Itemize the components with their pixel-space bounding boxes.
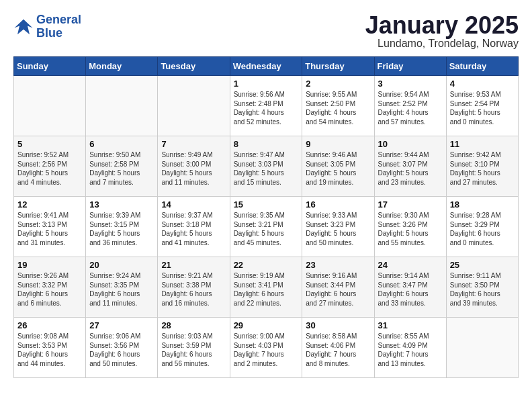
week-row-5: 26Sunrise: 9:08 AM Sunset: 3:53 PM Dayli… <box>14 318 519 378</box>
header-cell-saturday: Saturday <box>446 57 518 76</box>
day-number: 31 <box>378 320 443 330</box>
day-cell: 16Sunrise: 9:33 AM Sunset: 3:23 PM Dayli… <box>302 197 374 257</box>
day-number: 13 <box>89 199 154 210</box>
day-info: Sunrise: 9:39 AM Sunset: 3:15 PM Dayligh… <box>89 211 154 247</box>
day-cell: 4Sunrise: 9:53 AM Sunset: 2:54 PM Daylig… <box>446 76 518 136</box>
day-number: 9 <box>306 139 370 149</box>
svg-marker-0 <box>15 19 33 35</box>
day-number: 29 <box>234 320 299 330</box>
day-cell <box>14 76 86 136</box>
day-cell: 7Sunrise: 9:49 AM Sunset: 3:00 PM Daylig… <box>158 136 230 197</box>
day-number: 7 <box>161 139 226 149</box>
day-cell: 9Sunrise: 9:46 AM Sunset: 3:05 PM Daylig… <box>302 136 374 197</box>
day-info: Sunrise: 9:24 AM Sunset: 3:35 PM Dayligh… <box>89 271 154 308</box>
day-cell: 6Sunrise: 9:50 AM Sunset: 2:58 PM Daylig… <box>86 136 158 197</box>
day-number: 14 <box>161 199 226 210</box>
day-cell: 12Sunrise: 9:41 AM Sunset: 3:13 PM Dayli… <box>14 197 86 257</box>
day-cell: 26Sunrise: 9:08 AM Sunset: 3:53 PM Dayli… <box>14 318 86 378</box>
day-info: Sunrise: 9:06 AM Sunset: 3:56 PM Dayligh… <box>89 332 154 368</box>
day-number: 21 <box>161 260 226 270</box>
day-info: Sunrise: 9:03 AM Sunset: 3:59 PM Dayligh… <box>161 332 226 368</box>
day-number: 8 <box>234 139 299 149</box>
day-number: 19 <box>17 260 82 270</box>
day-info: Sunrise: 9:35 AM Sunset: 3:21 PM Dayligh… <box>234 211 299 247</box>
week-row-2: 5Sunrise: 9:52 AM Sunset: 2:56 PM Daylig… <box>14 136 519 197</box>
day-cell: 27Sunrise: 9:06 AM Sunset: 3:56 PM Dayli… <box>86 318 158 378</box>
calendar-table: SundayMondayTuesdayWednesdayThursdayFrid… <box>13 56 519 378</box>
day-cell: 22Sunrise: 9:19 AM Sunset: 3:41 PM Dayli… <box>230 257 302 318</box>
day-info: Sunrise: 9:53 AM Sunset: 2:54 PM Dayligh… <box>450 90 515 126</box>
header-cell-tuesday: Tuesday <box>158 57 230 76</box>
day-number: 25 <box>450 260 515 270</box>
day-info: Sunrise: 9:26 AM Sunset: 3:32 PM Dayligh… <box>17 271 82 308</box>
day-info: Sunrise: 9:52 AM Sunset: 2:56 PM Dayligh… <box>17 150 82 187</box>
day-cell: 1Sunrise: 9:56 AM Sunset: 2:48 PM Daylig… <box>230 76 302 136</box>
day-info: Sunrise: 9:37 AM Sunset: 3:18 PM Dayligh… <box>161 211 226 247</box>
day-info: Sunrise: 9:49 AM Sunset: 3:00 PM Dayligh… <box>161 150 226 187</box>
day-cell: 21Sunrise: 9:21 AM Sunset: 3:38 PM Dayli… <box>158 257 230 318</box>
day-info: Sunrise: 9:16 AM Sunset: 3:44 PM Dayligh… <box>306 271 370 308</box>
week-row-4: 19Sunrise: 9:26 AM Sunset: 3:32 PM Dayli… <box>14 257 519 318</box>
day-info: Sunrise: 8:55 AM Sunset: 4:09 PM Dayligh… <box>378 332 443 368</box>
day-number: 5 <box>17 139 82 149</box>
day-cell: 13Sunrise: 9:39 AM Sunset: 3:15 PM Dayli… <box>86 197 158 257</box>
day-info: Sunrise: 9:08 AM Sunset: 3:53 PM Dayligh… <box>17 332 82 368</box>
day-cell: 20Sunrise: 9:24 AM Sunset: 3:35 PM Dayli… <box>86 257 158 318</box>
day-cell: 29Sunrise: 9:00 AM Sunset: 4:03 PM Dayli… <box>230 318 302 378</box>
day-cell: 11Sunrise: 9:42 AM Sunset: 3:10 PM Dayli… <box>446 136 518 197</box>
day-info: Sunrise: 9:46 AM Sunset: 3:05 PM Dayligh… <box>306 150 370 187</box>
day-number: 11 <box>450 139 515 149</box>
week-row-3: 12Sunrise: 9:41 AM Sunset: 3:13 PM Dayli… <box>14 197 519 257</box>
day-info: Sunrise: 9:19 AM Sunset: 3:41 PM Dayligh… <box>234 271 299 308</box>
calendar-subtitle: Lundamo, Trondelag, Norway <box>365 38 519 50</box>
header-cell-monday: Monday <box>86 57 158 76</box>
day-number: 24 <box>378 260 443 270</box>
day-cell <box>86 76 158 136</box>
day-info: Sunrise: 9:55 AM Sunset: 2:50 PM Dayligh… <box>306 90 370 126</box>
day-info: Sunrise: 9:56 AM Sunset: 2:48 PM Dayligh… <box>234 90 299 126</box>
header-cell-friday: Friday <box>374 57 446 76</box>
day-cell: 24Sunrise: 9:14 AM Sunset: 3:47 PM Dayli… <box>374 257 446 318</box>
day-number: 22 <box>234 260 299 270</box>
day-cell: 15Sunrise: 9:35 AM Sunset: 3:21 PM Dayli… <box>230 197 302 257</box>
day-number: 2 <box>306 79 370 89</box>
day-info: Sunrise: 9:54 AM Sunset: 2:52 PM Dayligh… <box>378 90 443 126</box>
header-row: SundayMondayTuesdayWednesdayThursdayFrid… <box>14 57 519 76</box>
day-cell: 31Sunrise: 8:55 AM Sunset: 4:09 PM Dayli… <box>374 318 446 378</box>
day-info: Sunrise: 9:30 AM Sunset: 3:26 PM Dayligh… <box>378 211 443 247</box>
day-info: Sunrise: 9:28 AM Sunset: 3:29 PM Dayligh… <box>450 211 515 247</box>
day-cell: 30Sunrise: 8:58 AM Sunset: 4:06 PM Dayli… <box>302 318 374 378</box>
day-number: 23 <box>306 260 370 270</box>
day-number: 16 <box>306 199 370 210</box>
day-info: Sunrise: 9:11 AM Sunset: 3:50 PM Dayligh… <box>450 271 515 308</box>
logo: General Blue <box>13 13 81 40</box>
day-cell <box>158 76 230 136</box>
day-number: 10 <box>378 139 443 149</box>
day-info: Sunrise: 9:41 AM Sunset: 3:13 PM Dayligh… <box>17 211 82 247</box>
logo-icon <box>13 17 34 37</box>
day-number: 12 <box>17 199 82 210</box>
calendar-title: January 2025 <box>365 13 519 38</box>
day-cell: 28Sunrise: 9:03 AM Sunset: 3:59 PM Dayli… <box>158 318 230 378</box>
day-number: 20 <box>89 260 154 270</box>
day-number: 17 <box>378 199 443 210</box>
header-cell-wednesday: Wednesday <box>230 57 302 76</box>
day-number: 6 <box>89 139 154 149</box>
day-number: 26 <box>17 320 82 330</box>
day-info: Sunrise: 9:21 AM Sunset: 3:38 PM Dayligh… <box>161 271 226 308</box>
day-number: 15 <box>234 199 299 210</box>
day-cell: 23Sunrise: 9:16 AM Sunset: 3:44 PM Dayli… <box>302 257 374 318</box>
header: General Blue January 2025 Lundamo, Trond… <box>13 13 519 50</box>
day-number: 28 <box>161 320 226 330</box>
day-number: 3 <box>378 79 443 89</box>
header-cell-thursday: Thursday <box>302 57 374 76</box>
day-cell: 3Sunrise: 9:54 AM Sunset: 2:52 PM Daylig… <box>374 76 446 136</box>
title-area: January 2025 Lundamo, Trondelag, Norway <box>365 13 519 50</box>
day-cell <box>446 318 518 378</box>
week-row-1: 1Sunrise: 9:56 AM Sunset: 2:48 PM Daylig… <box>14 76 519 136</box>
day-info: Sunrise: 9:47 AM Sunset: 3:03 PM Dayligh… <box>234 150 299 187</box>
day-info: Sunrise: 9:42 AM Sunset: 3:10 PM Dayligh… <box>450 150 515 187</box>
day-cell: 14Sunrise: 9:37 AM Sunset: 3:18 PM Dayli… <box>158 197 230 257</box>
day-cell: 17Sunrise: 9:30 AM Sunset: 3:26 PM Dayli… <box>374 197 446 257</box>
day-cell: 10Sunrise: 9:44 AM Sunset: 3:07 PM Dayli… <box>374 136 446 197</box>
